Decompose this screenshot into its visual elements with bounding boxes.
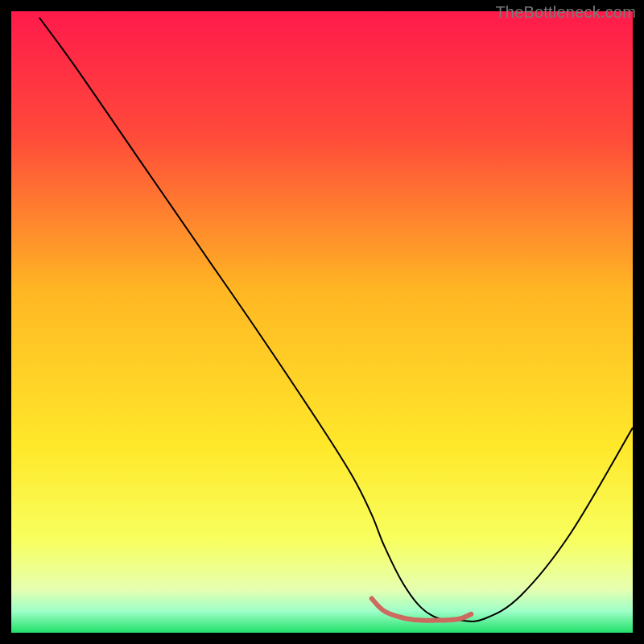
gradient-backdrop xyxy=(11,11,633,633)
bottleneck-chart xyxy=(11,11,633,633)
watermark-text: TheBottleneck.com xyxy=(495,3,636,22)
